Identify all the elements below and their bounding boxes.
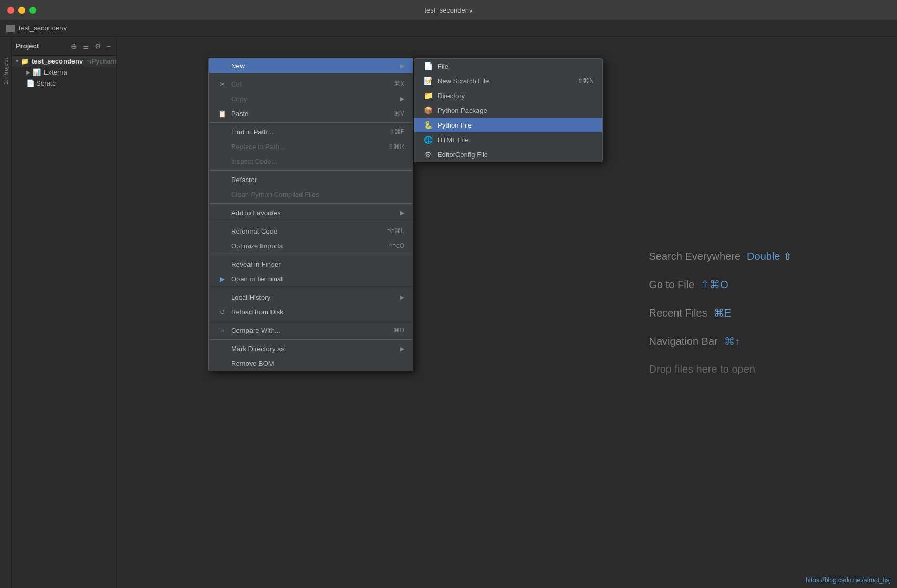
markdir-arrow: ▶	[400, 345, 404, 352]
terminal-icon: ▶	[217, 275, 227, 283]
reformat-label: Reformat Code	[231, 227, 377, 235]
menu-item-cut[interactable]: ✂ Cut ⌘X	[209, 77, 413, 91]
replace-shortcut: ⇧⌘R	[388, 143, 404, 150]
tree-external-icon: 📊	[33, 68, 41, 76]
project-folder-icon	[6, 25, 15, 32]
menu-item-markdir[interactable]: Mark Directory as ▶	[209, 341, 413, 356]
separator-4	[209, 203, 413, 204]
tree-item-scratch[interactable]: 📄 Scratc	[12, 78, 116, 89]
directory-icon: 📁	[423, 91, 433, 100]
file-icon: 📄	[423, 62, 433, 70]
recent-files-label: Recent Files	[649, 307, 707, 319]
close-button[interactable]	[7, 7, 14, 14]
scratch-shortcut: ⇧⌘N	[578, 77, 594, 85]
menu-item-localhistory[interactable]: Local History ▶	[209, 290, 413, 304]
goto-file-label: Go to File	[649, 278, 695, 290]
menu-item-replace[interactable]: Replace in Path... ⇧⌘R	[209, 139, 413, 154]
tree-root-icon: 📁	[20, 57, 29, 65]
tree-root-label: test_secondenv	[32, 57, 83, 65]
copy-label: Copy	[231, 95, 396, 103]
tree-expand-arrow: ▾	[16, 58, 18, 64]
compare-shortcut: ⌘D	[393, 327, 404, 334]
goto-file-hint: Go to File ⇧⌘O	[649, 278, 792, 291]
submenu-html-file[interactable]: 🌐 HTML File	[414, 132, 602, 147]
menu-item-clean[interactable]: Clean Python Compiled Files	[209, 187, 413, 202]
menu-item-reload[interactable]: ↺ Reload from Disk	[209, 304, 413, 319]
menu-item-terminal[interactable]: ▶ Open in Terminal	[209, 271, 413, 286]
editorconfig-icon: ⚙	[423, 150, 433, 159]
favorites-arrow: ▶	[400, 209, 404, 216]
separator-8	[209, 321, 413, 321]
new-arrow: ▶	[400, 62, 404, 69]
tree-root-item[interactable]: ▾ 📁 test_secondenv ~/PycharmProjects/tes	[12, 56, 116, 67]
menu-item-reformat[interactable]: Reformat Code ⌥⌘L	[209, 224, 413, 238]
settings-icon[interactable]: ⚙	[93, 41, 102, 51]
menu-item-new[interactable]: New ▶ 📄 File 📝 New Scratch File ⇧⌘N 📁	[209, 58, 413, 73]
paste-shortcut: ⌘V	[394, 110, 404, 117]
vertical-tab-project[interactable]: 1: Project	[0, 37, 12, 588]
reload-icon: ↺	[217, 308, 227, 316]
new-submenu: 📄 File 📝 New Scratch File ⇧⌘N 📁 Director…	[414, 58, 603, 162]
clean-label: Clean Python Compiled Files	[231, 191, 404, 198]
search-hints: Search Everywhere Double ⇧ Go to File ⇧⌘…	[649, 250, 792, 375]
sidebar-title: Project	[16, 42, 67, 50]
inspect-label: Inspect Code...	[231, 158, 404, 165]
editorconfig-label: EditorConfig File	[437, 151, 594, 159]
menu-item-inspect[interactable]: Inspect Code...	[209, 154, 413, 169]
tree-scratch-icon: 📄	[26, 79, 34, 87]
reveal-label: Reveal in Finder	[231, 260, 404, 268]
menu-item-removebom[interactable]: Remove BOM	[209, 356, 413, 371]
terminal-label: Open in Terminal	[231, 275, 404, 283]
menu-item-find[interactable]: Find in Path... ⇧⌘F	[209, 124, 413, 139]
submenu-directory[interactable]: 📁 Directory	[414, 88, 602, 103]
minimize-button[interactable]	[18, 7, 25, 14]
separator-9	[209, 339, 413, 340]
tree-item-external[interactable]: ▶ 📊 Externa	[12, 67, 116, 78]
submenu-scratch[interactable]: 📝 New Scratch File ⇧⌘N	[414, 74, 602, 88]
submenu-python-file[interactable]: 🐍 Python File	[414, 118, 602, 132]
submenu-file[interactable]: 📄 File	[414, 59, 602, 74]
filter-icon[interactable]: ⚌	[81, 41, 90, 51]
menu-item-copy[interactable]: Copy ▶	[209, 91, 413, 106]
separator-7	[209, 288, 413, 288]
python-file-icon: 🐍	[423, 121, 433, 129]
reload-label: Reload from Disk	[231, 308, 404, 316]
menu-item-favorites[interactable]: Add to Favorites ▶	[209, 205, 413, 220]
refactor-label: Refactor	[231, 176, 404, 184]
drop-hint: Drop files here to open	[649, 363, 792, 375]
sidebar: Project ⊕ ⚌ ⚙ − ▾ 📁 test_secondenv ~/Pyc…	[12, 37, 117, 588]
recent-files-key: ⌘E	[714, 307, 731, 319]
menu-item-optimize[interactable]: Optimize Imports ^⌥O	[209, 238, 413, 253]
sidebar-toolbar: Project ⊕ ⚌ ⚙ −	[12, 37, 116, 56]
submenu-python-package[interactable]: 📦 Python Package	[414, 103, 602, 118]
nav-bar-hint: Navigation Bar ⌘↑	[649, 335, 792, 348]
window-title: test_secondenv	[424, 6, 472, 14]
minimize-panel-icon[interactable]: −	[106, 41, 112, 51]
search-everywhere-key: Double ⇧	[747, 250, 792, 262]
cut-icon: ✂	[217, 80, 227, 88]
cut-shortcut: ⌘X	[394, 80, 404, 88]
paste-icon: 📋	[217, 110, 227, 118]
menu-item-paste[interactable]: 📋 Paste ⌘V	[209, 106, 413, 121]
search-everywhere-label: Search Everywhere	[649, 250, 741, 262]
menu-item-reveal[interactable]: Reveal in Finder	[209, 257, 413, 271]
find-label: Find in Path...	[231, 128, 379, 136]
project-name: test_secondenv	[19, 24, 67, 32]
maximize-button[interactable]	[29, 7, 36, 14]
main-area: Search Everywhere Double ⇧ Go to File ⇧⌘…	[117, 37, 897, 588]
tree-external-label: Externa	[44, 68, 67, 76]
tree-scratch-label: Scratc	[36, 79, 56, 87]
scratch-label: New Scratch File	[437, 77, 578, 85]
menu-item-refactor[interactable]: Refactor	[209, 172, 413, 187]
title-bar: test_secondenv	[0, 0, 897, 20]
python-package-icon: 📦	[423, 106, 433, 114]
directory-label: Directory	[437, 92, 594, 100]
new-label: New	[231, 62, 396, 70]
favorites-label: Add to Favorites	[231, 209, 396, 217]
workspace: 1: Project Project ⊕ ⚌ ⚙ − ▾ 📁 test_seco…	[0, 37, 897, 588]
menu-item-compare[interactable]: ↔ Compare With... ⌘D	[209, 323, 413, 338]
submenu-editorconfig[interactable]: ⚙ EditorConfig File	[414, 147, 602, 162]
tree-expand-arrow-ext: ▶	[26, 69, 30, 75]
add-icon[interactable]: ⊕	[70, 41, 78, 51]
context-menu: New ▶ 📄 File 📝 New Scratch File ⇧⌘N 📁	[208, 58, 413, 371]
